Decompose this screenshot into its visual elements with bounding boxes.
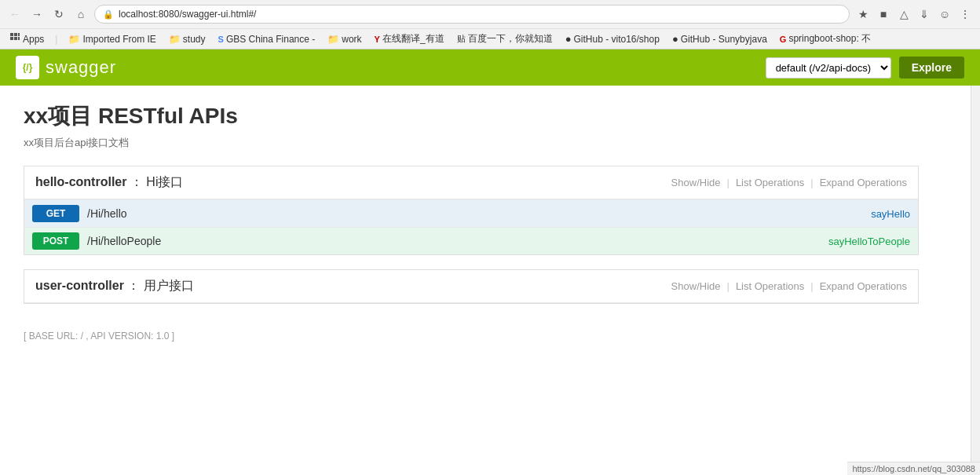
bookmark-label-9: springboot-shop: 不	[788, 32, 871, 46]
hello-controller-chinese: Hi接口	[146, 175, 183, 188]
api-select[interactable]: default (/v2/api-docs)	[766, 57, 891, 79]
profile-button[interactable]: ☺	[936, 5, 953, 23]
hello-controller-name: hello-controller	[35, 175, 126, 188]
link-icon-github1: ●	[565, 33, 572, 45]
svg-rect-5	[18, 37, 20, 40]
apps-bookmark[interactable]: ​ Apps	[6, 31, 47, 46]
bookmark-gbs[interactable]: S GBS China Finance -	[215, 33, 319, 46]
user-controller-chinese: 用户接口	[144, 279, 194, 292]
reload-button[interactable]: ↻	[50, 5, 68, 23]
user-controller-name: user-controller	[35, 279, 124, 292]
hello-show-hide[interactable]: Show/Hide	[671, 177, 721, 188]
bookmark-youdao[interactable]: Y 在线翻译_有道	[371, 31, 448, 46]
base-url: [ BASE URL: / , API VERSION: 1.0 ]	[24, 318, 919, 342]
link-icon-springboot: G	[780, 35, 787, 44]
bookmark-github-vito[interactable]: ● GitHub - vito16/shop	[562, 32, 663, 46]
bookmark-label-1: Imported From IE	[82, 34, 155, 45]
bookmark-imported[interactable]: 📁 Imported From IE	[65, 33, 159, 46]
swagger-logo-icon: {/}	[16, 56, 39, 79]
hello-controller-header: hello-controller ： Hi接口 Show/Hide | List…	[24, 166, 918, 199]
endpoint-path-hellopeople: /Hi/helloPeople	[87, 235, 828, 247]
scrollbar-track[interactable]	[971, 86, 980, 475]
user-expand-ops[interactable]: Expand Operations	[820, 280, 907, 292]
history-button[interactable]: △	[895, 5, 912, 23]
bookmark-label-2: study	[183, 34, 206, 45]
bookmark-label-3: GBS China Finance -	[226, 34, 315, 45]
endpoint-summary-hellopeople: sayHelloToPeople	[828, 236, 910, 247]
apps-label: Apps	[23, 34, 44, 45]
folder-icon-2: 📁	[169, 34, 181, 45]
endpoint-summary-hello: sayHello	[871, 208, 910, 220]
api-title: xx项目 RESTful APIs	[24, 101, 919, 131]
user-action-sep-2: |	[810, 280, 813, 292]
base-url-text: [ BASE URL: / , API VERSION: 1.0 ]	[24, 331, 174, 342]
user-controller-actions: Show/Hide | List Operations | Expand Ope…	[671, 280, 907, 292]
main-content: xx项目 RESTful APIs xx项目后台api接口文档 hello-co…	[0, 86, 971, 475]
link-icon-gbs: S	[218, 35, 224, 44]
user-controller-section: user-controller ： 用户接口 Show/Hide | List …	[24, 269, 919, 304]
toolbar-right: ★ ■ △ ⇓ ☺ ⋮	[854, 5, 974, 23]
menu-button[interactable]: ⋮	[956, 5, 974, 23]
hello-controller-actions: Show/Hide | List Operations | Expand Ope…	[671, 177, 907, 188]
extensions-button[interactable]: ■	[875, 5, 892, 23]
svg-rect-4	[14, 37, 17, 40]
user-controller-title: user-controller ： 用户接口	[35, 278, 194, 294]
link-icon-youdao: Y	[375, 35, 380, 44]
swagger-content: xx项目 RESTful APIs xx项目后台api接口文档 hello-co…	[0, 86, 942, 357]
browser-toolbar: ← → ↻ ⌂ 🔒 localhost:8080/swagger-ui.html…	[0, 0, 980, 28]
link-icon-github2: ●	[672, 33, 678, 45]
api-description: xx项目后台api接口文档	[24, 136, 919, 150]
download-button[interactable]: ⇓	[916, 5, 933, 23]
bookmark-study[interactable]: 📁 study	[166, 33, 209, 46]
swagger-logo-text: {/}	[23, 62, 33, 73]
endpoint-post-hellopeople: POST /Hi/helloPeople sayHelloToPeople	[24, 227, 918, 254]
swagger-logo: {/} swagger	[16, 56, 116, 79]
home-button[interactable]: ⌂	[72, 5, 90, 23]
action-sep-1: |	[726, 177, 729, 188]
bookmark-divider-1: |	[55, 34, 57, 45]
bookmark-label-5: 在线翻译_有道	[382, 32, 444, 46]
browser-chrome: ← → ↻ ⌂ 🔒 localhost:8080/swagger-ui.html…	[0, 0, 980, 49]
hello-expand-ops[interactable]: Expand Operations	[820, 177, 907, 188]
post-badge-hellopeople[interactable]: POST	[32, 232, 79, 250]
svg-rect-2	[18, 33, 20, 36]
swagger-header: {/} swagger default (/v2/api-docs) Explo…	[0, 49, 980, 86]
browser-body: xx项目 RESTful APIs xx项目后台api接口文档 hello-co…	[0, 86, 980, 475]
endpoint-get-hello: GET /Hi/hello sayHello	[24, 199, 918, 227]
svg-rect-0	[10, 33, 13, 36]
action-sep-2: |	[810, 177, 813, 188]
address-url: localhost:8080/swagger-ui.html#/	[119, 9, 256, 20]
hello-list-ops[interactable]: List Operations	[736, 177, 804, 188]
hello-controller-section: hello-controller ： Hi接口 Show/Hide | List…	[24, 166, 919, 255]
link-icon-baidu: 贴	[457, 33, 466, 45]
bookmark-label-6: 百度一下，你就知道	[468, 32, 553, 46]
address-bar[interactable]: 🔒 localhost:8080/swagger-ui.html#/	[94, 5, 850, 24]
user-show-hide[interactable]: Show/Hide	[671, 280, 721, 292]
bookmark-baidu[interactable]: 贴 百度一下，你就知道	[454, 31, 556, 46]
user-controller-header: user-controller ： 用户接口 Show/Hide | List …	[24, 270, 918, 303]
bookmark-star-button[interactable]: ★	[854, 5, 872, 23]
hello-controller-title: hello-controller ： Hi接口	[35, 174, 183, 191]
user-list-ops[interactable]: List Operations	[736, 280, 804, 292]
folder-icon-1: 📁	[68, 34, 80, 45]
svg-rect-3	[10, 37, 13, 40]
swagger-header-right: default (/v2/api-docs) Explore	[766, 57, 964, 79]
swagger-title: swagger	[46, 57, 116, 78]
bookmark-label-4: work	[342, 34, 361, 45]
bookmark-github-suny[interactable]: ● GitHub - Sunybyjava	[669, 32, 770, 46]
explore-button[interactable]: Explore	[899, 57, 964, 79]
svg-rect-1	[14, 33, 17, 36]
bookmark-work[interactable]: 📁 work	[324, 33, 364, 46]
status-url: https://blog.csdn.net/qq_303088	[852, 464, 975, 473]
user-controller-separator: ：	[127, 279, 140, 292]
folder-icon-work: 📁	[327, 34, 339, 45]
get-badge-hello[interactable]: GET	[32, 205, 79, 222]
bookmark-springboot[interactable]: G springboot-shop: 不	[777, 31, 874, 46]
apps-grid-icon: ​	[9, 32, 20, 46]
back-button[interactable]: ←	[6, 5, 24, 23]
bookmark-label-8: GitHub - Sunybyjava	[681, 34, 767, 45]
status-bar: https://blog.csdn.net/qq_303088	[847, 462, 980, 475]
hello-controller-separator: ：	[130, 175, 143, 188]
bookmark-label-7: GitHub - vito16/shop	[574, 34, 660, 45]
forward-button[interactable]: →	[28, 5, 46, 23]
